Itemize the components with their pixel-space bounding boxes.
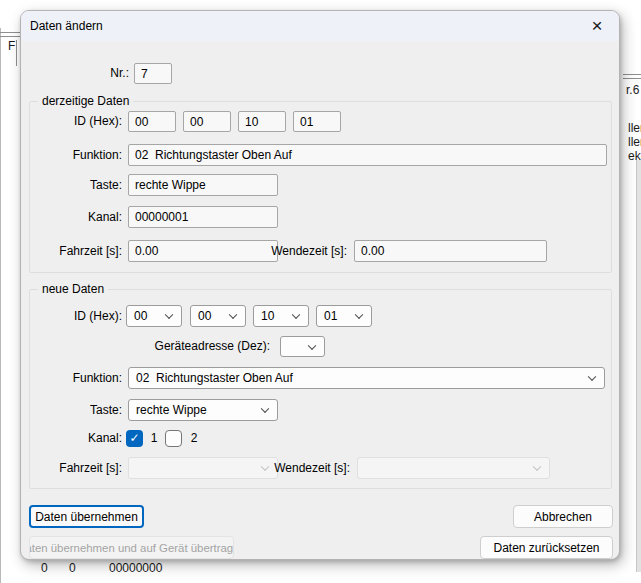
nr-field: 7: [134, 63, 172, 84]
new-id-byte-dropdown[interactable]: 00: [190, 305, 246, 327]
screen: { "window": { "title": "Daten ändern", "…: [0, 0, 641, 583]
chevron-down-icon: [308, 341, 316, 349]
current-id-byte-field: 10: [238, 111, 286, 132]
group-current-data: derzeitige Daten ID (Hex): 00 00 10 01 F…: [29, 101, 612, 273]
current-fahrzeit-label: Fahrzeit [s]:: [30, 240, 122, 262]
background-groupbox-line-right-2: [623, 78, 641, 79]
new-id-byte-value: 01: [324, 309, 337, 323]
chevron-down-icon: [533, 462, 541, 470]
new-funktion-label: Funktion:: [30, 367, 122, 389]
background-table-value: 0: [69, 561, 76, 575]
new-taste-value: rechte Wippe: [136, 403, 207, 417]
group-current-data-label: derzeitige Daten: [38, 94, 133, 109]
chevron-down-icon: [292, 310, 300, 318]
new-wendezeit-dropdown: [357, 457, 550, 479]
nr-label: Nr.:: [61, 63, 129, 84]
chevron-down-icon: [229, 310, 237, 318]
new-kanal-label: Kanal:: [30, 430, 122, 447]
dialog-title: Daten ändern: [30, 11, 103, 41]
background-text-fragment: ller: [628, 135, 641, 149]
geraeteadresse-label: Geräteadresse (Dez):: [120, 336, 270, 357]
new-funktion-value: 02 Richtungstaster Oben Auf: [136, 371, 293, 385]
current-funktion-field: 02 Richtungstaster Oben Auf: [128, 144, 607, 166]
chevron-down-icon: [261, 404, 269, 412]
dialog-daten-aendern: Daten ändern × Nr.: 7 derzeitige Daten I…: [20, 10, 620, 560]
new-id-byte-value: 10: [261, 309, 274, 323]
geraeteadresse-dropdown[interactable]: [280, 336, 325, 357]
background-window-right-strip: [636, 160, 641, 572]
dialog-titlebar: Daten ändern ×: [21, 11, 619, 41]
group-new-data: neue Daten ID (Hex): 00 00 10 01 Gerätea…: [29, 289, 612, 489]
current-taste-label: Taste:: [30, 174, 122, 196]
current-id-byte-field: 00: [183, 111, 231, 132]
background-text-fragment: ller: [628, 121, 641, 135]
new-id-byte-dropdown[interactable]: 00: [126, 305, 182, 327]
new-funktion-dropdown[interactable]: 02 Richtungstaster Oben Auf: [128, 367, 605, 389]
current-kanal-field: 00000001: [128, 206, 278, 228]
new-id-label: ID (Hex):: [30, 305, 122, 327]
current-id-byte-field: 01: [293, 111, 341, 132]
current-wendezeit-field: 0.00: [354, 240, 547, 262]
new-taste-label: Taste:: [30, 399, 122, 421]
kanal-1-checkbox-label: 1: [148, 430, 160, 447]
current-kanal-label: Kanal:: [30, 206, 122, 228]
new-wendezeit-label: Wendezeit [s]:: [230, 457, 350, 479]
chevron-down-icon: [588, 372, 596, 380]
current-id-label: ID (Hex):: [30, 111, 122, 132]
background-groupbox-line-right-1: [623, 74, 641, 75]
chevron-down-icon: [165, 310, 173, 318]
background-groupbox-line-left-1: [0, 32, 20, 33]
new-taste-dropdown[interactable]: rechte Wippe: [128, 399, 278, 421]
kanal-2-checkbox-label: 2: [188, 430, 200, 447]
current-funktion-label: Funktion:: [30, 144, 122, 166]
current-wendezeit-label: Wendezeit [s]:: [230, 240, 347, 262]
new-id-byte-dropdown[interactable]: 01: [316, 305, 372, 327]
new-id-byte-value: 00: [134, 309, 147, 323]
apply-button[interactable]: Daten übernehmen: [29, 505, 144, 528]
group-new-data-label: neue Daten: [38, 282, 108, 297]
background-groupbox-line-left-2: [0, 36, 20, 37]
background-table-value: 00000000: [109, 561, 162, 575]
close-button[interactable]: ×: [580, 13, 614, 39]
background-text-fragment: r.6: [626, 83, 639, 97]
apply-and-transfer-button: Daten übernehmen und auf Gerät übertrage…: [29, 536, 234, 559]
kanal-2-checkbox[interactable]: [165, 430, 182, 447]
background-window-left-border: [0, 28, 1, 583]
background-table-value: 0: [41, 561, 48, 575]
current-taste-field: rechte Wippe: [128, 174, 278, 196]
new-id-byte-value: 00: [198, 309, 211, 323]
current-id-byte-field: 00: [128, 111, 176, 132]
cancel-button[interactable]: Abbrechen: [513, 505, 613, 528]
kanal-1-checkbox[interactable]: ✓: [126, 430, 143, 447]
background-menu-fragment: F: [8, 39, 15, 53]
reset-data-button[interactable]: Daten zurücksetzen: [480, 536, 613, 559]
chevron-down-icon: [355, 310, 363, 318]
background-separator-line: [16, 40, 17, 66]
new-id-byte-dropdown[interactable]: 10: [253, 305, 309, 327]
new-fahrzeit-label: Fahrzeit [s]:: [30, 457, 122, 479]
